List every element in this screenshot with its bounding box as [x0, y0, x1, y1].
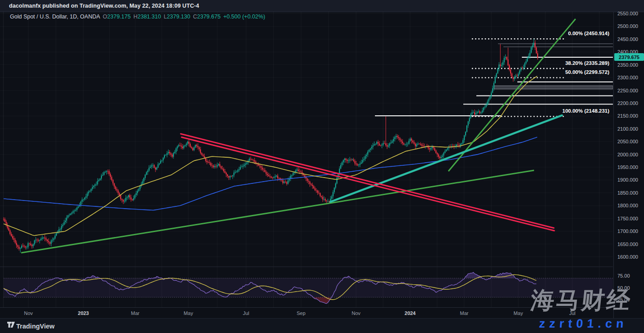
candle-body — [235, 172, 236, 173]
candle-body — [347, 160, 347, 161]
candle-body — [111, 177, 112, 180]
candle-body — [343, 160, 344, 162]
candle-body — [388, 146, 389, 146]
tradingview-logo-icon[interactable] — [7, 322, 15, 329]
candle-body — [233, 173, 234, 175]
tradingview-brand[interactable]: TradingView — [16, 323, 55, 330]
candle-body — [444, 151, 445, 153]
candle-body — [146, 172, 147, 174]
candle-body — [155, 168, 156, 169]
candle-body — [60, 229, 61, 230]
candle-body — [498, 64, 499, 68]
candle-body — [37, 240, 37, 240]
candle-body — [276, 176, 277, 177]
candle-body — [419, 144, 420, 144]
candle-body — [178, 145, 179, 146]
candle-body — [9, 230, 10, 234]
candle-body — [482, 110, 483, 112]
watermark-url: zzrt01.cn — [539, 317, 628, 331]
time-axis-label: Sep — [297, 310, 306, 316]
candle-body — [93, 186, 94, 187]
candle-body — [226, 173, 227, 174]
fib-level-label: 38.20% (2335.289) — [565, 60, 609, 66]
candle-body — [456, 145, 457, 146]
candle-body — [349, 160, 350, 160]
candle-body — [375, 144, 376, 145]
candle-body — [187, 141, 188, 143]
time-axis-label: Mar — [131, 310, 140, 316]
close-label: C — [193, 14, 197, 20]
chart-canvas[interactable] — [0, 12, 613, 307]
candle-body — [138, 189, 139, 191]
candle-body — [25, 246, 26, 247]
candle-body — [236, 172, 237, 172]
candle-body — [405, 144, 406, 145]
time-axis-label: Mar — [460, 310, 469, 316]
candle-body — [24, 246, 25, 246]
indicator-axis-label: 75.00 — [617, 273, 630, 278]
time-axis-label: Nov — [24, 310, 33, 316]
candle-body — [195, 145, 196, 147]
last-price-badge: 2379.675 — [614, 53, 644, 61]
candle-body — [311, 184, 311, 185]
rsi-band — [4, 278, 613, 297]
candle-body — [408, 141, 409, 144]
candle-body — [65, 220, 66, 222]
change-value: +0.500 (+0.02%) — [223, 14, 265, 20]
candle-body — [492, 88, 493, 92]
time-axis[interactable]: Nov2023MarMayJulSepNov2024MarMayJul — [0, 307, 613, 319]
candle-body — [505, 57, 506, 58]
candle-body — [379, 144, 380, 146]
candle-body — [292, 175, 292, 176]
candle-body — [488, 99, 489, 102]
candle-body — [64, 222, 64, 225]
candle-body — [59, 229, 59, 232]
candle-body — [260, 166, 261, 168]
candle-body — [12, 236, 13, 238]
candle-body — [374, 144, 375, 146]
price-axis[interactable]: 2550.0002500.0002450.0002400.0002350.000… — [613, 12, 644, 318]
candle-body — [322, 197, 323, 200]
candle-body — [97, 181, 98, 184]
candle-body — [238, 170, 238, 172]
fib-level-label: 50.00% (2299.572) — [565, 69, 609, 75]
candle-body — [367, 152, 368, 155]
candle-body — [279, 178, 279, 179]
candle-body — [38, 240, 39, 241]
candle-body — [241, 167, 242, 167]
candle-body — [232, 175, 233, 176]
candle-body — [104, 172, 105, 175]
candle-body — [434, 148, 435, 151]
candle-body — [390, 142, 391, 143]
candle-body — [115, 187, 116, 189]
symbol-legend[interactable]: Gold Spot / U.S. Dollar, 1D, OANDA O2379… — [10, 14, 265, 20]
candle-body — [495, 77, 496, 83]
candle-body — [218, 164, 219, 165]
candle-body — [165, 155, 166, 155]
candle-body — [430, 148, 431, 150]
candle-body — [521, 68, 521, 70]
candle-body — [82, 200, 82, 202]
price-axis-label: 2250.000 — [617, 88, 638, 93]
candle-body — [281, 180, 282, 180]
candle-body — [223, 169, 224, 171]
candle-body — [398, 137, 399, 138]
candle-body — [263, 169, 264, 170]
candle-body — [477, 112, 478, 113]
candle-body — [321, 196, 322, 197]
candle-body — [158, 164, 159, 168]
candle-body — [304, 175, 305, 177]
candle-body — [159, 164, 160, 164]
candle-body — [437, 153, 438, 155]
candle-body — [344, 159, 345, 160]
candle-body — [331, 196, 332, 199]
candle-body — [446, 150, 447, 151]
candle-body — [62, 225, 63, 226]
candle-body — [114, 183, 114, 187]
candle-body — [516, 76, 517, 76]
candle-body — [513, 78, 514, 79]
candle-body — [474, 112, 475, 114]
candle-body — [283, 180, 283, 183]
candle-body — [320, 193, 320, 196]
candle-body — [55, 236, 55, 238]
